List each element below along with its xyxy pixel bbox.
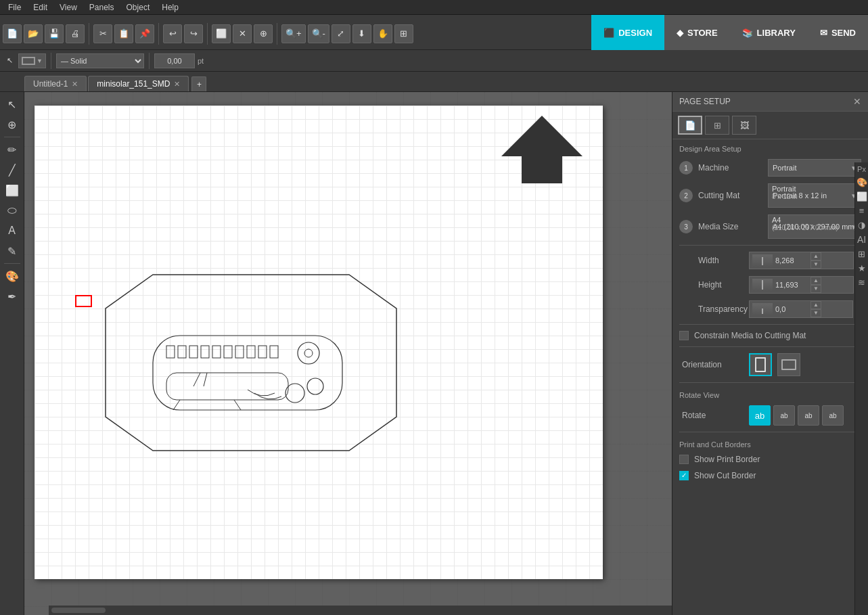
- show-cut-border-checkbox[interactable]: ✓: [679, 471, 689, 480]
- show-print-border-row: Show Print Border: [672, 451, 868, 468]
- rotate-0-button[interactable]: ab: [749, 405, 771, 426]
- open-button[interactable]: 📂: [24, 24, 43, 43]
- svg-marker-0: [501, 116, 583, 183]
- width-down[interactable]: ▼: [810, 260, 821, 269]
- tab-close-0[interactable]: ✕: [72, 80, 78, 89]
- menu-view[interactable]: View: [54, 1, 83, 14]
- machine-select[interactable]: Portrait Cameo Curio: [768, 159, 861, 177]
- menu-edit[interactable]: Edit: [28, 1, 53, 14]
- rotate-180-button[interactable]: ab: [798, 405, 819, 426]
- menu-panels[interactable]: Panels: [84, 1, 120, 14]
- height-input-group: ▲ ▼ in: [749, 276, 861, 294]
- selection-tool-button[interactable]: ↖: [3, 53, 17, 69]
- menu-object[interactable]: Object: [121, 1, 156, 14]
- copy-button[interactable]: 📋: [114, 24, 133, 43]
- edit-tool[interactable]: ✎: [3, 242, 22, 260]
- node-tool[interactable]: ⊕: [3, 115, 22, 134]
- transparency-input[interactable]: [775, 305, 809, 313]
- select-all-button[interactable]: ⬜: [212, 24, 231, 43]
- constrain-media-checkbox[interactable]: [679, 331, 689, 340]
- transform-icon[interactable]: ⬜: [856, 191, 867, 202]
- tab-grid[interactable]: ⊞: [705, 116, 729, 135]
- layers-icon[interactable]: AI: [857, 234, 866, 245]
- canvas-area[interactable]: [24, 92, 672, 615]
- store-nav-button[interactable]: ◆ STORE: [664, 15, 730, 50]
- svg-rect-9: [235, 346, 244, 358]
- height-input[interactable]: [775, 281, 809, 289]
- menu-file[interactable]: File: [3, 1, 26, 14]
- page-setup-close[interactable]: ✕: [853, 96, 861, 107]
- text-tool[interactable]: A: [3, 221, 22, 240]
- pointer-tool[interactable]: ↖: [3, 95, 22, 114]
- media-size-label: Media Size: [698, 222, 762, 231]
- color-icon[interactable]: 🎨: [856, 177, 867, 187]
- delete-button[interactable]: ✕: [233, 24, 252, 43]
- zoom-in-button[interactable]: 🔍+: [281, 24, 306, 43]
- align-icon[interactable]: ≡: [859, 206, 865, 216]
- separator-2: [158, 23, 159, 45]
- height-down[interactable]: ▼: [810, 285, 821, 293]
- cutting-mat-select-wrapper: Portrait 8 x 12 in None ▼ Portrait 8 x 1…: [768, 183, 861, 208]
- cutting-mat-select[interactable]: Portrait 8 x 12 in None: [768, 183, 861, 208]
- pixelate-icon[interactable]: Px: [857, 165, 866, 173]
- tab-close-1[interactable]: ✕: [174, 80, 180, 89]
- draw-tool[interactable]: ✒: [3, 287, 22, 306]
- distort-icon[interactable]: ★: [858, 263, 866, 273]
- rotate-90-button[interactable]: ab: [773, 405, 795, 426]
- landscape-button[interactable]: [777, 353, 800, 376]
- replicate-icon[interactable]: ⊞: [858, 249, 865, 259]
- fill-tool[interactable]: 🎨: [3, 267, 22, 286]
- cut-button[interactable]: ✂: [93, 24, 112, 43]
- media-size-select[interactable]: A4 (210.00 x 297.00 mm) Letter Custom: [768, 214, 861, 239]
- texture-icon[interactable]: ≋: [858, 277, 865, 288]
- tab-minisolar[interactable]: minisolar_151_SMD ✕: [88, 76, 189, 91]
- redo-button[interactable]: ↪: [184, 24, 203, 43]
- new-button[interactable]: 📄: [3, 24, 22, 43]
- svg-point-16: [285, 384, 304, 403]
- send-nav-button[interactable]: ✉ SEND: [808, 15, 868, 50]
- tab-page[interactable]: 📄: [678, 116, 702, 135]
- width-input[interactable]: [775, 256, 809, 265]
- ellipse-tool[interactable]: ⬭: [3, 201, 22, 220]
- arrow-shape[interactable]: [501, 116, 583, 185]
- zoom-fit-button[interactable]: ⤢: [332, 24, 350, 43]
- save-button[interactable]: 💾: [45, 24, 64, 43]
- warp-icon[interactable]: ◑: [858, 220, 865, 230]
- divider-1: [679, 245, 861, 246]
- line-tool[interactable]: ╱: [3, 160, 22, 179]
- tab-image[interactable]: 🖼: [732, 116, 756, 135]
- paste-button[interactable]: 📌: [135, 24, 154, 43]
- transparency-up[interactable]: ▲: [810, 301, 821, 309]
- rectangle-tool[interactable]: ⬜: [3, 181, 22, 200]
- add-tab-button[interactable]: +: [191, 76, 206, 91]
- line-style-select[interactable]: — Solid - - Dashed .. Dotted: [56, 53, 144, 68]
- hscroll-thumb[interactable]: [51, 608, 106, 613]
- stroke-color-swatch[interactable]: [22, 57, 35, 65]
- show-cut-border-row: ✓ Show Cut Border: [672, 468, 868, 484]
- zoom-box-button[interactable]: ⊞: [394, 24, 413, 43]
- hscrollbar[interactable]: [49, 606, 672, 615]
- transparency-input-group: ▲ ▼ %: [749, 300, 861, 318]
- point-edit-button[interactable]: ⊕: [254, 24, 273, 43]
- print-button[interactable]: 🖨: [66, 24, 85, 43]
- width-up[interactable]: ▲: [810, 252, 821, 260]
- design-nav-button[interactable]: ⬛ DESIGN: [591, 15, 664, 50]
- portrait-button[interactable]: [749, 353, 772, 376]
- move-down-button[interactable]: ⬇: [352, 24, 371, 43]
- tab-untitled-1[interactable]: Untitled-1 ✕: [24, 76, 87, 91]
- zoom-out-button[interactable]: 🔍-: [308, 24, 329, 43]
- undo-button[interactable]: ↩: [163, 24, 182, 43]
- svg-line-18: [193, 373, 200, 386]
- show-print-border-checkbox[interactable]: [679, 455, 689, 464]
- transparency-down[interactable]: ▼: [810, 309, 821, 317]
- stroke-arrow[interactable]: ▼: [37, 58, 43, 64]
- menu-help[interactable]: Help: [156, 1, 184, 14]
- width-input-group: ▲ ▼ in: [749, 252, 861, 269]
- pen-tool[interactable]: ✏: [3, 140, 22, 159]
- library-nav-button[interactable]: 📚 LIBRARY: [730, 15, 808, 50]
- pan-button[interactable]: ✋: [373, 24, 392, 43]
- rotate-270-button[interactable]: ab: [822, 405, 844, 426]
- value-input[interactable]: [154, 53, 195, 68]
- height-up[interactable]: ▲: [810, 277, 821, 285]
- pcb-drawing[interactable]: [99, 268, 403, 459]
